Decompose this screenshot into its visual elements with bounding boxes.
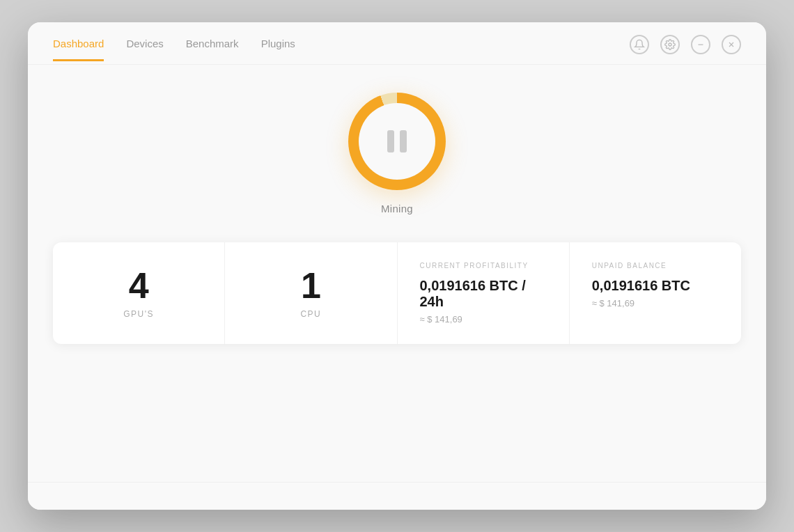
stats-row: 4 GPU'S 1 CPU CURRENT PROFITABILITY 0,01…: [53, 242, 741, 344]
balance-sub: ≈ $ 141,69: [592, 298, 635, 308]
mining-section: Mining: [348, 93, 446, 214]
mining-status-label: Mining: [381, 203, 413, 214]
profitability-sub: ≈ $ 141,69: [420, 314, 462, 324]
gpu-label: GPU'S: [123, 309, 154, 319]
pause-bar-left: [387, 130, 394, 152]
pause-icon: [387, 130, 407, 152]
nav-devices[interactable]: Devices: [126, 38, 163, 61]
balance-value: 0,0191616 BTC: [592, 278, 690, 294]
main-content: Mining 4 GPU'S 1 CPU CURRENT PROFITABILI…: [28, 65, 766, 482]
mining-toggle-button[interactable]: [348, 93, 446, 190]
close-icon: [727, 40, 735, 49]
nav-benchmark[interactable]: Benchmark: [186, 38, 239, 61]
window-controls: [630, 35, 741, 64]
nav-plugins[interactable]: Plugins: [261, 38, 295, 61]
settings-button[interactable]: [660, 35, 680, 54]
nav-bar: Dashboard Devices Benchmark Plugins: [28, 22, 766, 65]
balance-stat-card: UNPAID BALANCE 0,0191616 BTC ≈ $ 141,69: [570, 242, 741, 344]
cpu-label: CPU: [300, 309, 321, 319]
profitability-value: 0,0191616 BTC / 24h: [420, 278, 547, 310]
nav-dashboard[interactable]: Dashboard: [53, 38, 104, 61]
cpu-count: 1: [301, 267, 321, 304]
svg-point-0: [669, 43, 671, 46]
profitability-stat-card: CURRENT PROFITABILITY 0,0191616 BTC / 24…: [398, 242, 570, 344]
gear-icon: [664, 39, 676, 50]
balance-header: UNPAID BALANCE: [592, 262, 667, 269]
bell-icon: [634, 39, 645, 50]
app-window: Dashboard Devices Benchmark Plugins: [28, 22, 766, 510]
bottom-strip: [28, 482, 766, 510]
minus-icon: [696, 40, 705, 49]
cpu-stat-card: 1 CPU: [225, 242, 397, 344]
close-button[interactable]: [722, 35, 741, 54]
notification-button[interactable]: [630, 35, 649, 54]
mining-btn-inner: [359, 103, 435, 180]
gpu-stat-card: 4 GPU'S: [53, 242, 225, 344]
gpu-count: 4: [129, 267, 149, 304]
minimize-button[interactable]: [691, 35, 710, 54]
pause-bar-right: [400, 130, 407, 152]
nav-links: Dashboard Devices Benchmark Plugins: [53, 38, 295, 61]
profitability-header: CURRENT PROFITABILITY: [420, 262, 529, 269]
